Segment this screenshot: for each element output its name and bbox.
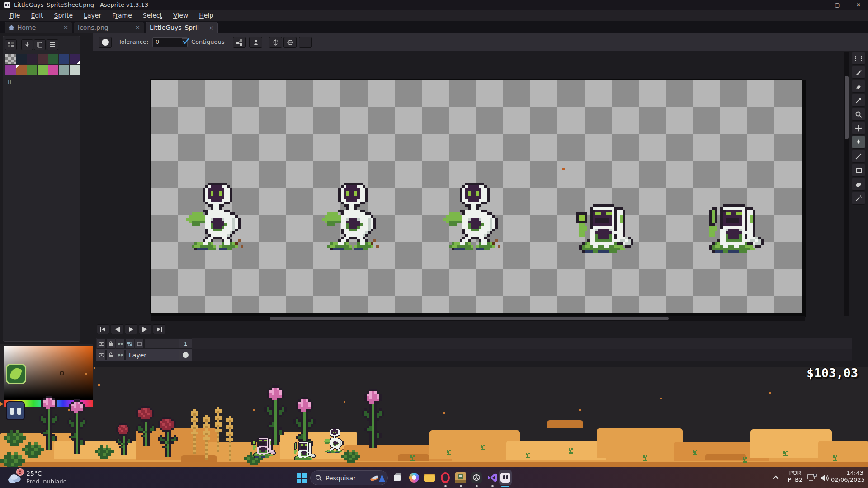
speck — [253, 409, 255, 411]
tool-eyedropper[interactable] — [852, 94, 865, 107]
layer-lock-toggle[interactable] — [106, 350, 115, 360]
palette-swatch[interactable] — [5, 54, 16, 64]
play-button[interactable] — [125, 324, 137, 334]
symmetry-y-button[interactable] — [283, 37, 297, 48]
tab-close-icon[interactable]: × — [209, 24, 214, 31]
menu-file[interactable]: File — [5, 11, 25, 20]
tool-zoom[interactable] — [852, 108, 865, 121]
sprite-frame-4 — [576, 204, 636, 253]
palette-swatch[interactable] — [48, 65, 58, 75]
speck — [68, 409, 70, 411]
pixel-connectivity-button[interactable] — [233, 37, 246, 48]
palette-swatch[interactable] — [38, 65, 48, 75]
menu-sprite[interactable]: Sprite — [49, 11, 78, 20]
app-visual-studio[interactable] — [486, 471, 499, 484]
tool-paint-bucket[interactable] — [852, 136, 865, 149]
palette-swatch[interactable] — [70, 65, 80, 75]
header-layers-icon[interactable] — [125, 338, 134, 349]
header-lock-icon[interactable] — [106, 338, 115, 349]
cel-cell[interactable] — [179, 350, 192, 360]
contiguous-checkbox[interactable] — [182, 38, 188, 44]
palette-swatch[interactable] — [16, 65, 27, 75]
tool-rect-marquee[interactable] — [852, 52, 865, 65]
language-indicator[interactable]: POR PTB2 — [786, 469, 805, 487]
speck — [660, 398, 662, 399]
app-unity[interactable] — [470, 471, 483, 484]
app-task-view[interactable] — [392, 471, 405, 484]
menu-view[interactable]: View — [168, 11, 193, 20]
sort-colors-button[interactable] — [21, 39, 33, 50]
tray-chevron-icon[interactable] — [772, 475, 779, 480]
first-frame-button[interactable] — [97, 324, 109, 334]
unity-icon — [470, 471, 483, 484]
tab-home[interactable]: Home× — [5, 22, 72, 33]
tab-close-icon[interactable]: × — [63, 24, 68, 31]
palette-menu-button[interactable] — [47, 39, 58, 50]
start-button[interactable] — [295, 472, 308, 484]
close-button[interactable]: ✕ — [852, 0, 865, 9]
app-copilot[interactable] — [408, 471, 420, 484]
cloud — [547, 420, 583, 428]
tab-littleguys-spril[interactable]: LittleGuys_Spril× — [146, 22, 218, 33]
tool-rectangle[interactable] — [852, 164, 865, 177]
palette-swatch[interactable] — [48, 54, 58, 64]
rose-flower — [134, 406, 159, 446]
tool-pencil[interactable] — [852, 66, 865, 79]
v-scrollbar[interactable] — [844, 52, 849, 316]
palette-swatch[interactable] — [59, 54, 69, 64]
app-file-explorer[interactable] — [423, 471, 436, 484]
palette-swatch[interactable] — [27, 65, 37, 75]
maximize-button[interactable]: ▢ — [830, 0, 844, 9]
frame-number-cell[interactable]: 1 — [179, 338, 192, 349]
palette-swatch[interactable] — [70, 54, 80, 64]
network-icon[interactable] — [807, 474, 817, 483]
tool-eraser[interactable] — [852, 80, 865, 93]
wallpaper-robot — [293, 441, 317, 460]
tool-contour[interactable] — [852, 178, 865, 191]
header-eye-icon[interactable] — [97, 338, 106, 349]
layer-dots-toggle[interactable] — [116, 350, 125, 360]
palette-swatch[interactable] — [38, 54, 48, 64]
title-bar[interactable]: LittleGuys_SpriteSheet.png - Aseprite v1… — [0, 0, 868, 10]
menu-edit[interactable]: Edit — [26, 11, 48, 20]
search-box[interactable]: Pesquisar — [310, 470, 388, 485]
sprout — [567, 448, 574, 454]
ink-options-button[interactable] — [249, 37, 262, 48]
v-scrollbar-thumb[interactable] — [845, 76, 849, 139]
app-aseprite[interactable] — [499, 470, 512, 485]
layer-name-cell[interactable]: Layer — [125, 350, 179, 360]
palette-swatch[interactable] — [5, 65, 16, 75]
more-options-button[interactable]: ··· — [299, 37, 312, 48]
app-opera[interactable] — [439, 471, 452, 484]
tool-spray[interactable] — [852, 192, 865, 205]
palette-presets-button[interactable] — [5, 39, 17, 50]
menu-select[interactable]: Select — [138, 11, 167, 20]
h-scrollbar-thumb[interactable] — [270, 317, 669, 320]
prev-frame-button[interactable] — [111, 324, 123, 334]
contiguous-label[interactable]: Contiguous — [191, 38, 224, 45]
volume-icon[interactable] — [819, 474, 829, 483]
symmetry-x-button[interactable] — [269, 37, 282, 48]
weather-widget[interactable]: 8 25°C Pred. nublado — [5, 467, 90, 488]
h-scrollbar[interactable] — [151, 316, 805, 321]
header-square-icon[interactable] — [135, 338, 144, 349]
header-dots-icon[interactable] — [116, 338, 125, 349]
app-game-pixel[interactable] — [454, 471, 467, 484]
minimize-button[interactable]: – — [809, 0, 823, 9]
brush-preview-button[interactable] — [99, 37, 112, 48]
palette-swatch[interactable] — [16, 54, 27, 64]
menu-help[interactable]: Help — [194, 11, 218, 20]
tab-close-icon[interactable]: × — [135, 24, 140, 31]
menu-layer[interactable]: Layer — [79, 11, 106, 20]
layer-eye-toggle[interactable] — [97, 350, 106, 360]
last-frame-button[interactable] — [153, 324, 165, 334]
clock[interactable]: 14:43 02/06/2025 — [831, 469, 863, 487]
next-frame-button[interactable] — [139, 324, 151, 334]
palette-file-button[interactable] — [34, 39, 46, 50]
menu-frame[interactable]: Frame — [107, 11, 137, 20]
palette-swatch[interactable] — [59, 65, 69, 75]
tool-move[interactable] — [852, 122, 865, 135]
tab-icons-png[interactable]: Icons.png× — [74, 22, 144, 33]
tool-line[interactable] — [852, 150, 865, 163]
palette-swatch[interactable] — [27, 54, 37, 64]
